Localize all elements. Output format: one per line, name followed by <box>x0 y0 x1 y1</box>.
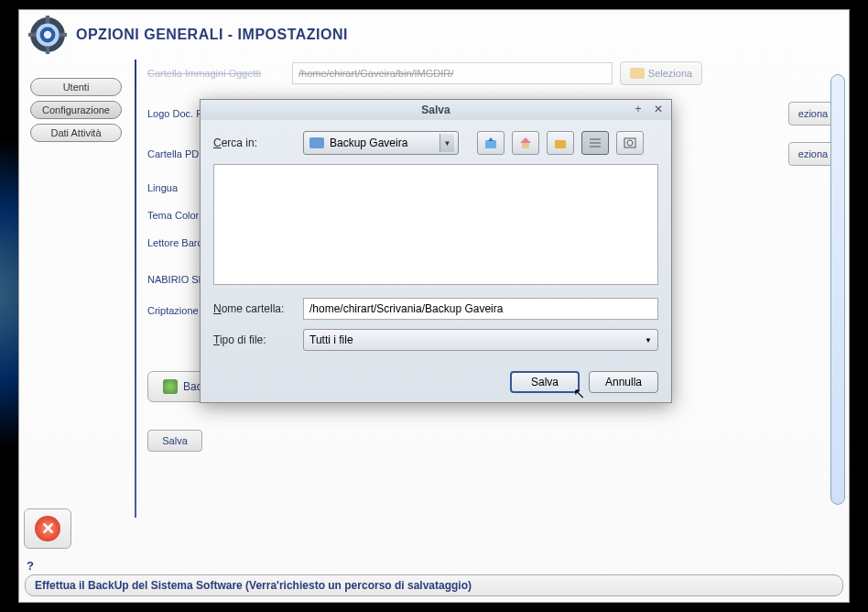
label-search-in: Cerca in: <box>213 137 296 149</box>
svg-rect-11 <box>522 143 529 148</box>
home-button[interactable] <box>512 131 539 155</box>
statusbar: ? Effettua il BackUp del Sistema Softwar… <box>25 559 843 596</box>
label-folder-name: Nome cartella: <box>213 302 296 315</box>
label-lingua: Lingua <box>147 182 206 193</box>
chevron-down-icon: ▼ <box>439 134 454 152</box>
new-folder-button[interactable] <box>547 131 574 155</box>
chevron-down-icon: ▼ <box>645 336 652 344</box>
file-type-value: Tutti i file <box>309 333 353 346</box>
up-folder-button[interactable] <box>477 131 505 155</box>
close-button[interactable]: ✕ <box>24 508 71 549</box>
home-icon <box>518 137 533 149</box>
help-indicator[interactable]: ? <box>27 559 843 573</box>
save-dialog: Salva + ✕ Cerca in: Backup Gaveira ▼ Nom… <box>200 99 672 403</box>
svg-rect-2 <box>46 47 49 54</box>
label-logo-doc: Logo Doc. F <box>147 108 206 119</box>
status-text: Effettua il BackUp del Sistema Software … <box>25 574 843 596</box>
dialog-body: Cerca in: Backup Gaveira ▼ Nome cartella… <box>201 120 671 371</box>
detail-view-button[interactable] <box>616 131 644 155</box>
close-icon: ✕ <box>35 516 60 541</box>
svg-rect-3 <box>28 33 36 37</box>
svg-marker-10 <box>520 137 531 143</box>
svg-point-7 <box>44 31 51 38</box>
svg-point-17 <box>627 140 633 146</box>
list-view-icon <box>589 137 602 148</box>
label-lettore: Lettore Barc <box>147 237 206 248</box>
header: OPZIONI GENERALI - IMPOSTAZIONI <box>19 10 849 60</box>
scrollbar[interactable] <box>830 74 845 505</box>
tab-utenti[interactable]: Utenti <box>30 78 122 96</box>
dialog-minimize-icon[interactable]: + <box>631 103 646 117</box>
dialog-save-button[interactable]: Salva <box>510 371 580 393</box>
backup-icon <box>163 379 178 394</box>
dialog-close-icon[interactable]: ✕ <box>651 103 666 117</box>
folder-icon <box>630 68 645 79</box>
label-pdf-folder: Cartella PDF <box>147 148 206 159</box>
gear-icon <box>28 16 67 54</box>
label-file-type: Tipo di file: <box>213 333 296 346</box>
dialog-cancel-button[interactable]: Annulla <box>589 371 658 393</box>
label-tema: Tema Color <box>147 210 206 221</box>
dialog-toolbar <box>477 131 644 155</box>
list-view-button[interactable] <box>581 131 609 155</box>
file-type-select[interactable]: Tutti i file ▼ <box>303 329 658 351</box>
label-criptazione: Criptazione <box>147 305 206 316</box>
input-folder-name[interactable] <box>303 298 658 320</box>
folder-combo[interactable]: Backup Gaveira ▼ <box>303 131 459 155</box>
dialog-footer: Salva Annulla <box>201 371 671 406</box>
row-img-folder: Cartella Immagini Oggetti Seleziona <box>147 61 838 85</box>
save-row: Salva <box>147 430 838 452</box>
sidebar: Utenti Configurazione Dati Attività <box>25 60 127 518</box>
svg-rect-1 <box>46 16 49 23</box>
row-file-type: Tipo di file: Tutti i file ▼ <box>213 329 658 351</box>
tab-dati-attivita[interactable]: Dati Attività <box>30 124 122 142</box>
label-img-folder: Cartella Immagini Oggetti <box>147 68 285 79</box>
save-button[interactable]: Salva <box>147 430 202 452</box>
row-search-in: Cerca in: Backup Gaveira ▼ <box>213 131 658 155</box>
new-folder-icon <box>553 137 568 149</box>
btn-select-img-folder[interactable]: Seleziona <box>620 61 702 85</box>
dialog-title: Salva <box>421 104 450 116</box>
folder-combo-text: Backup Gaveira <box>330 137 407 149</box>
input-img-folder[interactable] <box>292 62 613 84</box>
page-title: OPZIONI GENERALI - IMPOSTAZIONI <box>76 27 348 43</box>
detail-view-icon <box>624 137 636 148</box>
label-nabirio: NABIRIO SEC <box>147 274 206 285</box>
file-list[interactable] <box>213 164 658 285</box>
folder-icon <box>309 137 324 148</box>
up-folder-icon <box>483 137 498 149</box>
svg-rect-4 <box>60 33 67 37</box>
tab-configurazione[interactable]: Configurazione <box>30 101 122 119</box>
svg-rect-12 <box>555 140 566 148</box>
dialog-window-buttons: + ✕ <box>631 103 666 117</box>
svg-marker-9 <box>488 137 494 141</box>
dialog-titlebar[interactable]: Salva + ✕ <box>201 100 671 120</box>
svg-rect-8 <box>485 140 496 148</box>
row-folder-name: Nome cartella: <box>213 298 658 320</box>
